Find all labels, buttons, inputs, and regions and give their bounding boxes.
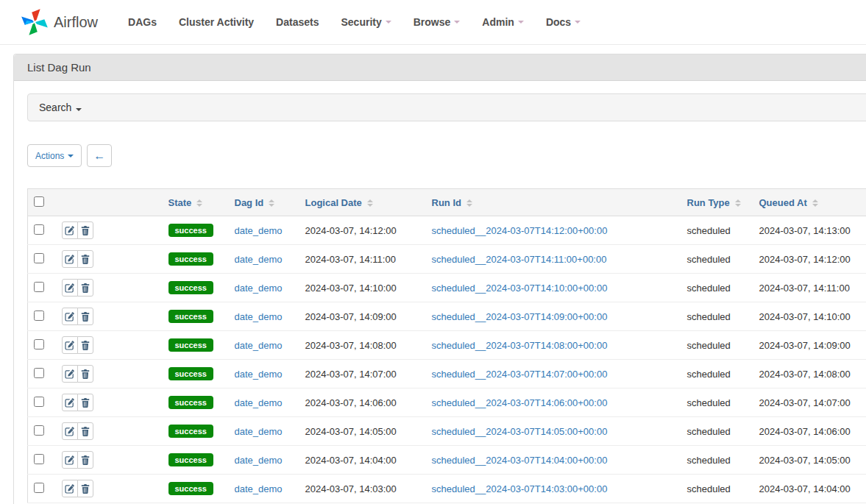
dag-id-link[interactable]: date_demo: [235, 397, 283, 408]
dag-id-link[interactable]: date_demo: [235, 426, 283, 437]
nav-item-browse[interactable]: Browse: [402, 0, 472, 44]
nav-item-admin[interactable]: Admin: [471, 0, 535, 44]
state-badge: success: [168, 396, 213, 409]
queued-at-cell: 2024-03-07, 14:06:00: [753, 417, 866, 446]
edit-record-button[interactable]: [62, 279, 78, 297]
delete-record-button[interactable]: [77, 422, 93, 440]
sort-icon: [367, 199, 373, 207]
edit-record-button[interactable]: [62, 250, 78, 268]
column-header-dag-id[interactable]: Dag Id: [229, 189, 299, 216]
queued-at-cell: 2024-03-07, 14:13:00: [753, 216, 866, 245]
column-header-queued-at[interactable]: Queued At: [753, 189, 866, 216]
edit-record-button[interactable]: [62, 422, 78, 440]
dag-id-link[interactable]: date_demo: [235, 283, 283, 294]
dag-id-link[interactable]: date_demo: [235, 483, 283, 494]
delete-record-button[interactable]: [77, 279, 93, 297]
nav-item-dags[interactable]: DAGs: [117, 0, 168, 44]
run-type-cell: scheduled: [681, 245, 753, 274]
edit-record-button[interactable]: [62, 308, 78, 325]
back-arrow-icon: ←: [93, 149, 105, 163]
trash-icon: [81, 226, 90, 235]
row-actions: [62, 221, 93, 239]
edit-record-button[interactable]: [62, 394, 78, 411]
state-badge: success: [168, 310, 213, 323]
search-toggle[interactable]: Search: [27, 93, 866, 121]
run-id-link[interactable]: scheduled__2024-03-07T14:03:00+00:00: [432, 483, 608, 494]
run-id-link[interactable]: scheduled__2024-03-07T14:04:00+00:00: [432, 455, 608, 466]
sort-icon: [735, 199, 741, 207]
trash-icon: [81, 255, 90, 264]
queued-at-cell: 2024-03-07, 14:05:00: [753, 446, 866, 475]
navbar: Airflow DAGs Cluster Activity Datasets S…: [0, 0, 866, 45]
run-id-link[interactable]: scheduled__2024-03-07T14:07:00+00:00: [432, 369, 608, 380]
column-header-run-type[interactable]: Run Type: [681, 189, 753, 216]
table-row: success date_demo 2024-03-07, 14:11:00 s…: [28, 245, 866, 274]
run-id-link[interactable]: scheduled__2024-03-07T14:09:00+00:00: [432, 311, 608, 322]
row-checkbox[interactable]: [34, 397, 44, 407]
select-all-checkbox[interactable]: [34, 196, 44, 207]
run-id-link[interactable]: scheduled__2024-03-07T14:12:00+00:00: [432, 225, 608, 236]
dag-id-link[interactable]: date_demo: [235, 311, 283, 322]
run-id-link[interactable]: scheduled__2024-03-07T14:06:00+00:00: [432, 397, 608, 408]
delete-record-button[interactable]: [77, 221, 93, 239]
run-type-cell: scheduled: [681, 417, 753, 446]
state-badge: success: [168, 338, 213, 352]
back-button[interactable]: ←: [87, 144, 112, 167]
delete-record-button[interactable]: [77, 365, 93, 383]
row-checkbox[interactable]: [34, 224, 44, 235]
row-checkbox[interactable]: [34, 454, 44, 464]
row-checkbox[interactable]: [34, 425, 44, 436]
row-checkbox[interactable]: [34, 253, 44, 263]
dag-id-link[interactable]: date_demo: [235, 254, 283, 265]
logical-date-cell: 2024-03-07, 14:06:00: [299, 388, 426, 417]
column-header-state[interactable]: State: [163, 189, 229, 216]
dag-id-link[interactable]: date_demo: [235, 369, 283, 380]
column-header-run-id[interactable]: Run Id: [426, 189, 681, 216]
edit-record-button[interactable]: [62, 480, 78, 497]
main-nav: DAGs Cluster Activity Datasets Security …: [117, 0, 592, 44]
row-actions: [62, 250, 93, 268]
nav-item-datasets[interactable]: Datasets: [265, 0, 330, 44]
delete-record-button[interactable]: [77, 250, 93, 268]
dag-id-link[interactable]: date_demo: [235, 455, 283, 466]
chevron-down-icon: [575, 21, 581, 24]
nav-item-docs[interactable]: Docs: [535, 0, 592, 44]
logical-date-cell: 2024-03-07, 14:12:00: [299, 216, 426, 245]
logical-date-cell: 2024-03-07, 14:07:00: [299, 360, 426, 388]
row-checkbox[interactable]: [34, 310, 44, 321]
queued-at-cell: 2024-03-07, 14:12:00: [753, 245, 866, 274]
run-id-link[interactable]: scheduled__2024-03-07T14:10:00+00:00: [432, 283, 608, 294]
row-checkbox[interactable]: [34, 368, 44, 378]
dag-id-link[interactable]: date_demo: [235, 225, 283, 236]
nav-item-security[interactable]: Security: [330, 0, 402, 44]
edit-record-button[interactable]: [62, 365, 78, 383]
state-badge: success: [168, 224, 213, 237]
delete-record-button[interactable]: [77, 308, 93, 325]
run-id-link[interactable]: scheduled__2024-03-07T14:05:00+00:00: [432, 426, 608, 437]
airflow-brand[interactable]: Airflow: [21, 8, 98, 36]
column-header-logical-date[interactable]: Logical Date: [299, 189, 426, 216]
edit-record-button[interactable]: [62, 221, 78, 239]
edit-pencil-icon: [65, 341, 74, 350]
edit-record-button[interactable]: [62, 336, 78, 354]
run-type-cell: scheduled: [681, 360, 753, 388]
sort-icon: [466, 199, 472, 207]
sort-icon: [812, 199, 818, 207]
row-checkbox[interactable]: [34, 483, 44, 493]
run-type-cell: scheduled: [681, 388, 753, 417]
delete-record-button[interactable]: [77, 394, 93, 411]
nav-item-cluster-activity[interactable]: Cluster Activity: [168, 0, 265, 44]
run-id-link[interactable]: scheduled__2024-03-07T14:11:00+00:00: [432, 254, 607, 265]
delete-record-button[interactable]: [77, 336, 93, 354]
edit-pencil-icon: [65, 255, 74, 264]
edit-record-button[interactable]: [62, 451, 78, 469]
dag-id-link[interactable]: date_demo: [235, 340, 283, 351]
run-id-link[interactable]: scheduled__2024-03-07T14:08:00+00:00: [432, 340, 608, 351]
row-checkbox[interactable]: [34, 339, 44, 349]
actions-button[interactable]: Actions: [27, 144, 82, 167]
delete-record-button[interactable]: [77, 480, 93, 497]
delete-record-button[interactable]: [77, 451, 93, 469]
row-checkbox[interactable]: [34, 282, 44, 292]
edit-pencil-icon: [65, 484, 74, 494]
row-actions: [62, 422, 93, 440]
